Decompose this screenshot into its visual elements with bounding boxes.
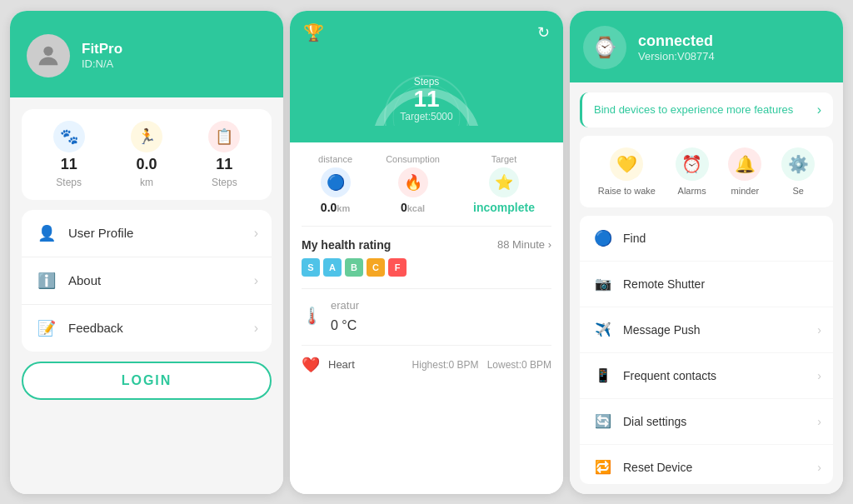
heart-label: Heart [328, 358, 355, 371]
minder-label: minder [731, 186, 760, 196]
screen-3: ⌚ connected Version:V08774 Bind devices … [570, 11, 843, 494]
se-label: Se [792, 186, 803, 196]
steps-icon: 🐾 [53, 121, 85, 152]
steps-value: 11 [61, 156, 77, 173]
se-icon: ⚙️ [781, 147, 815, 181]
heart-stats: Highest:0 BPM Lowest:0 BPM [412, 359, 551, 371]
target-icon: ⭐ [489, 167, 519, 197]
metrics-row: distance 🔵 0.0km Consumption 🔥 0kcal Tar… [302, 154, 551, 227]
quick-actions: 💛 Raise to wake ⏰ Alarms 🔔 minder ⚙️ Se [580, 136, 833, 207]
raise-to-wake-icon: 💛 [610, 147, 643, 181]
km-value: 0.0 [136, 156, 157, 173]
action-alarms[interactable]: ⏰ Alarms [676, 147, 709, 196]
health-time: 88 Minute › [497, 238, 551, 251]
menu-message-push[interactable]: ✈️ Message Push › [580, 307, 833, 353]
chevron-message-push-icon: › [817, 323, 821, 337]
about-icon: ℹ️ [35, 269, 58, 292]
user-profile-label: User Profile [68, 226, 244, 240]
temperature-icon: 🌡️ [302, 306, 322, 326]
metric-target: Target ⭐ incomplete [473, 154, 535, 214]
user-info: FitPro ID:N/A [82, 41, 122, 70]
heart-icon: ❤️ [302, 356, 320, 374]
message-push-icon: ✈️ [591, 318, 615, 342]
menu-about[interactable]: ℹ️ About › [22, 257, 272, 305]
remote-shutter-icon: 📷 [591, 272, 615, 296]
chevron-dial-icon: › [817, 415, 821, 428]
consumption-label: Consumption [386, 154, 440, 164]
consumption-value: 0kcal [401, 201, 425, 214]
temp-value: 0 °C [331, 318, 359, 333]
user-profile-icon: 👤 [35, 222, 58, 245]
reset-device-icon: 🔁 [591, 456, 615, 479]
action-minder[interactable]: 🔔 minder [728, 147, 761, 196]
feedback-icon: 📝 [35, 317, 58, 340]
menu-card: 👤 User Profile › ℹ️ About › 📝 Feedback › [22, 210, 272, 352]
minder-icon: 🔔 [728, 147, 761, 181]
menu-feedback[interactable]: 📝 Feedback › [22, 305, 272, 352]
steps2-icon: 📋 [208, 121, 240, 152]
target-label: Target:5000 [400, 111, 452, 122]
menu-dial-settings[interactable]: 🔄 Dial settings › [580, 399, 833, 445]
action-se[interactable]: ⚙️ Se [781, 147, 815, 196]
badge-c: C [367, 258, 385, 277]
badge-f: F [388, 258, 407, 277]
health-title: My health rating [302, 238, 391, 252]
heart-lowest: Lowest:0 BPM [487, 359, 551, 371]
metric-consumption: Consumption 🔥 0kcal [386, 154, 440, 214]
heart-highest: Highest:0 BPM [412, 359, 479, 371]
menu-reset-device[interactable]: 🔁 Reset Device › [580, 445, 833, 484]
reset-device-label: Reset Device [623, 461, 809, 474]
s3-body: Bind devices to experience more features… [570, 82, 843, 494]
menu-user-profile[interactable]: 👤 User Profile › [22, 210, 272, 257]
badge-s: S [302, 258, 320, 277]
menu-find[interactable]: 🔵 Find [580, 216, 833, 262]
distance-icon: 🔵 [321, 167, 351, 197]
km-icon: 🏃 [131, 121, 162, 152]
user-id: ID:N/A [82, 57, 122, 70]
chevron-right-icon: › [254, 226, 258, 241]
message-push-label: Message Push [623, 323, 809, 337]
s3-header: ⌚ connected Version:V08774 [570, 11, 843, 82]
user-avatar-icon [34, 42, 62, 70]
dial-settings-icon: 🔄 [591, 410, 615, 433]
gauge-labels: Steps 11 Target:5000 [360, 76, 493, 122]
chevron-contacts-icon: › [817, 369, 821, 382]
steps-label: Steps [56, 177, 82, 188]
raise-to-wake-label: Raise to wake [598, 186, 656, 196]
menu-remote-shutter[interactable]: 📷 Remote Shutter [580, 262, 833, 307]
s1-body: 🐾 11 Steps 🏃 0.0 km 📋 11 Steps 👤 [10, 97, 283, 494]
temp-section: 🌡️ eratur 0 °C [302, 288, 551, 333]
metric-distance: distance 🔵 0.0km [318, 154, 352, 214]
refresh-icon[interactable]: ↻ [537, 23, 550, 42]
temp-label: eratur [331, 299, 359, 312]
badge-a: A [323, 258, 342, 277]
target-metric-label: Target [491, 154, 517, 164]
login-button[interactable]: LOGIN [22, 362, 272, 400]
remote-shutter-label: Remote Shutter [623, 277, 821, 291]
action-raise-to-wake[interactable]: 💛 Raise to wake [598, 147, 656, 196]
km-label: km [140, 177, 153, 188]
badge-b: B [345, 258, 363, 277]
stat-steps2: 📋 11 Steps [208, 121, 240, 188]
stats-card: 🐾 11 Steps 🏃 0.0 km 📋 11 Steps [22, 109, 272, 200]
bind-chevron-icon: › [817, 102, 821, 117]
device-version: Version:V08774 [638, 50, 830, 62]
svg-point-0 [43, 46, 52, 55]
distance-value: 0.0km [321, 201, 350, 214]
screens-container: FitPro ID:N/A 🐾 11 Steps 🏃 0.0 km 📋 11 [0, 0, 853, 504]
health-badges: S A B C F [302, 258, 551, 277]
distance-label: distance [318, 154, 352, 164]
frequent-contacts-icon: 📱 [591, 364, 615, 387]
menu-frequent-contacts[interactable]: 📱 Frequent contacts › [580, 353, 833, 399]
heart-section: ❤️ Heart Highest:0 BPM Lowest:0 BPM [302, 345, 551, 374]
target-value: incomplete [473, 201, 535, 214]
steps-value: 11 [413, 87, 439, 111]
temp-info: eratur 0 °C [331, 299, 359, 333]
consumption-icon: 🔥 [398, 167, 428, 197]
about-label: About [68, 273, 244, 287]
chevron-right-icon-3: › [254, 321, 258, 336]
bind-banner[interactable]: Bind devices to experience more features… [580, 92, 833, 127]
steps2-value: 11 [216, 156, 232, 173]
health-section: My health rating 88 Minute › S A B C F [302, 238, 551, 277]
health-header: My health rating 88 Minute › [302, 238, 551, 252]
